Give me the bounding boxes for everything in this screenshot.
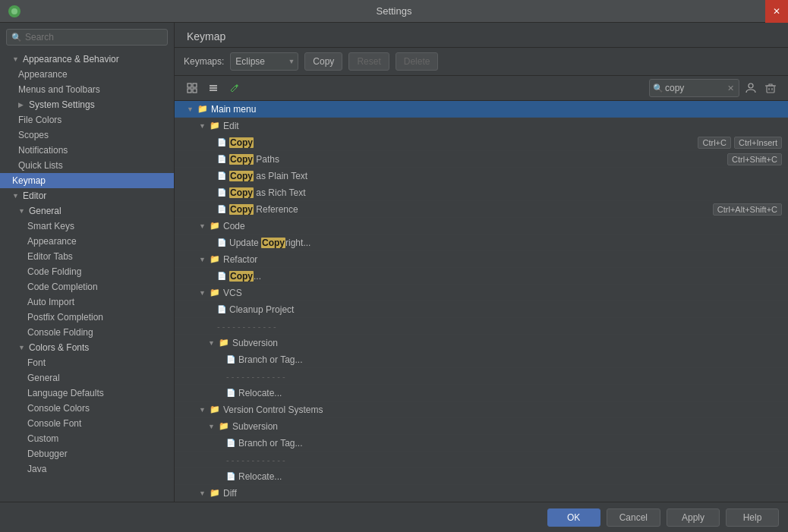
svg-rect-4 xyxy=(188,89,191,93)
folder-icon: 📁 xyxy=(210,254,220,264)
sidebar-item-console-colors[interactable]: Console Colors xyxy=(0,401,174,416)
sidebar-item-general[interactable]: ▼ General xyxy=(0,203,174,219)
km-row-copy[interactable]: 📄 Copy Ctrl+C Ctrl+Insert xyxy=(175,134,788,151)
sidebar-item-editor-tabs[interactable]: Editor Tabs xyxy=(0,249,174,264)
km-row-copy-reference[interactable]: 📄 Copy Reference Ctrl+Alt+Shift+C xyxy=(175,201,788,218)
sidebar-item-console-font[interactable]: Console Font xyxy=(0,416,174,431)
sidebar-item-console-folding[interactable]: Console Folding xyxy=(0,325,174,340)
sidebar-item-code-folding[interactable]: Code Folding xyxy=(0,264,174,279)
sidebar-item-custom[interactable]: Custom xyxy=(0,431,174,446)
km-row-diff[interactable]: ▼ 📁 Diff xyxy=(175,485,788,502)
sidebar-item-language-defaults[interactable]: Language Defaults xyxy=(0,386,174,401)
km-item-label: Edit xyxy=(223,121,782,131)
right-panel: Keymap Keymaps: Eclipse ▼ Copy Reset Del… xyxy=(175,23,788,502)
keymap-tree-container: ▼ 📁 Main menu ▼ 📁 Edit 📄 Copy Ctrl+C xyxy=(175,101,788,502)
sidebar-item-label: Smart Keys xyxy=(27,221,74,231)
sidebar-item-label: Custom xyxy=(27,433,58,444)
km-row-vcs[interactable]: ▼ 📁 VCS xyxy=(175,285,788,301)
sidebar-item-editor[interactable]: ▼ Editor xyxy=(0,188,174,203)
highlight-text: Copy xyxy=(229,154,254,165)
km-row-relocate2[interactable]: 📄 Relocate... xyxy=(175,468,788,485)
sidebar-item-code-completion[interactable]: Code Completion xyxy=(0,279,174,294)
km-row-cleanup-project[interactable]: 📄 Cleanup Project xyxy=(175,301,788,318)
action-toolbar-left xyxy=(184,80,243,96)
km-item-label: Version Control Systems xyxy=(223,405,782,415)
sidebar-item-notifications[interactable]: Notifications xyxy=(0,143,174,158)
km-row-copy-paths[interactable]: 📄 Copy Paths Ctrl+Shift+C xyxy=(175,151,788,168)
arrow-icon: ▼ xyxy=(18,344,26,351)
km-row-subversion1[interactable]: ▼ 📁 Subversion xyxy=(175,335,788,351)
sidebar-item-auto-import[interactable]: Auto Import xyxy=(0,294,174,310)
folder-icon: 📁 xyxy=(219,338,229,348)
km-row-copy-plain[interactable]: 📄 Copy as Plain Text xyxy=(175,168,788,184)
collapse-all-button[interactable] xyxy=(205,80,222,96)
keymap-search-input[interactable] xyxy=(665,83,726,93)
km-row-subversion2[interactable]: ▼ 📁 Subversion xyxy=(175,418,788,435)
sidebar-item-scopes[interactable]: Scopes xyxy=(0,127,174,143)
km-row-edit[interactable]: ▼ 📁 Edit xyxy=(175,118,788,134)
sidebar-item-system-settings[interactable]: ▶ System Settings xyxy=(0,97,174,112)
copy-button[interactable]: Copy xyxy=(304,52,342,71)
cancel-button[interactable]: Cancel xyxy=(607,508,660,527)
sidebar-item-appearance[interactable]: Appearance xyxy=(0,67,174,82)
expand-all-button[interactable] xyxy=(184,80,200,96)
km-row-vcs2[interactable]: ▼ 📁 Version Control Systems xyxy=(175,401,788,418)
action-icon: 📄 xyxy=(217,188,226,197)
search-magnifier-icon: 🔍 xyxy=(653,83,663,93)
clear-search-button[interactable]: ✕ xyxy=(726,83,736,93)
arrow-icon: ▼ xyxy=(208,423,217,430)
highlight-text: Copy xyxy=(229,171,254,181)
sidebar-item-label: Colors & Fonts xyxy=(29,342,89,353)
help-button[interactable]: Help xyxy=(726,508,779,527)
arrow-icon: ▼ xyxy=(199,222,208,230)
sidebar-item-java[interactable]: Java xyxy=(0,461,174,477)
action-icon: 📄 xyxy=(217,238,226,247)
sidebar-item-label: File Colors xyxy=(18,115,61,125)
km-row-branch-tag2[interactable]: 📄 Branch or Tag... xyxy=(175,435,788,452)
sidebar-item-smart-keys[interactable]: Smart Keys xyxy=(0,219,174,234)
sidebar-item-keymap[interactable]: Keymap xyxy=(0,173,174,188)
km-row-copy-refactor[interactable]: 📄 Copy... xyxy=(175,268,788,285)
delete-binding-button[interactable] xyxy=(762,80,779,96)
km-row-refactor[interactable]: ▼ 📁 Refactor xyxy=(175,251,788,268)
sidebar: 🔍 ▼ Appearance & Behavior Appearance Men… xyxy=(0,23,175,502)
km-row-update-copyright[interactable]: 📄 Update Copyright... xyxy=(175,235,788,251)
sidebar-item-quick-lists[interactable]: Quick Lists xyxy=(0,158,174,173)
keymap-search-box[interactable]: 🔍 ✕ xyxy=(649,79,739,97)
apply-button[interactable]: Apply xyxy=(667,508,720,527)
sidebar-item-label: Console Folding xyxy=(27,327,93,338)
svg-rect-5 xyxy=(193,89,197,93)
sidebar-item-font[interactable]: Font xyxy=(0,355,174,370)
km-row-code[interactable]: ▼ 📁 Code xyxy=(175,218,788,235)
panel-header: Keymap xyxy=(175,23,788,48)
km-row-copy-rich[interactable]: 📄 Copy as Rich Text xyxy=(175,184,788,201)
km-row-relocate1[interactable]: 📄 Relocate... xyxy=(175,385,788,401)
edit-shortcut-button[interactable] xyxy=(226,80,243,96)
folder-icon: 📁 xyxy=(210,288,220,297)
km-item-label: Copy as Rich Text xyxy=(229,187,782,198)
shortcut-badge: Ctrl+Shift+C xyxy=(727,153,782,165)
sidebar-item-label: Debugger xyxy=(27,449,68,459)
keymap-select[interactable]: Eclipse ▼ xyxy=(230,52,298,71)
reset-button[interactable]: Reset xyxy=(348,52,389,71)
sidebar-item-debugger[interactable]: Debugger xyxy=(0,446,174,461)
arrow-icon: ▼ xyxy=(199,122,208,130)
sidebar-item-appearance-behavior[interactable]: ▼ Appearance & Behavior xyxy=(0,52,174,67)
sidebar-item-appearance-editor[interactable]: Appearance xyxy=(0,234,174,249)
ok-button[interactable]: OK xyxy=(547,508,600,527)
delete-button[interactable]: Delete xyxy=(396,52,439,71)
km-row-main-menu[interactable]: ▼ 📁 Main menu xyxy=(175,101,788,118)
sidebar-item-colors-fonts[interactable]: ▼ Colors & Fonts xyxy=(0,340,174,355)
sidebar-item-general-cf[interactable]: General xyxy=(0,370,174,386)
filter-user-button[interactable] xyxy=(742,80,759,96)
km-item-label: Cleanup Project xyxy=(229,304,782,315)
sidebar-search-input[interactable] xyxy=(25,32,162,42)
km-row-branch-tag1[interactable]: 📄 Branch or Tag... xyxy=(175,351,788,368)
close-button[interactable]: ✕ xyxy=(765,0,788,23)
sidebar-item-file-colors[interactable]: File Colors xyxy=(0,112,174,127)
sidebar-item-menus-toolbars[interactable]: Menus and Toolbars xyxy=(0,82,174,97)
svg-rect-7 xyxy=(210,87,217,89)
sidebar-search[interactable]: 🔍 xyxy=(6,29,168,46)
km-item-label: Branch or Tag... xyxy=(238,354,782,365)
sidebar-item-postfix-completion[interactable]: Postfix Completion xyxy=(0,310,174,325)
